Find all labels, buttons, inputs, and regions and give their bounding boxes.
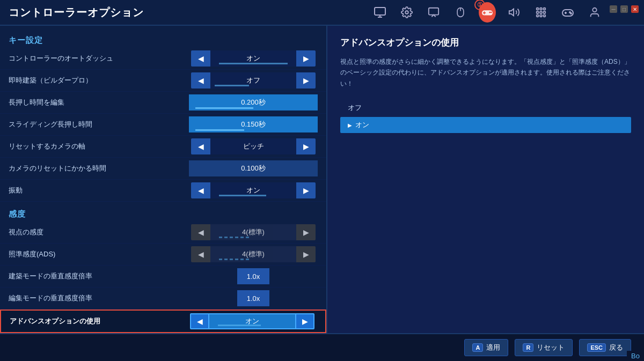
apply-key: A: [472, 343, 483, 352]
setting-build-vertical: 建築モードの垂直感度倍率 1.0x: [0, 266, 326, 288]
right-panel: アドバンスオプションの使用 視点と照準の感度がさらに細かく調整できるようになりま…: [327, 26, 644, 333]
apply-button[interactable]: A 適用: [464, 339, 508, 356]
instant-build-right-btn[interactable]: ▶: [296, 72, 316, 89]
long-press-value: 0.200秒: [189, 94, 318, 110]
setting-advanced-options: アドバンスオプションの使用 ◀ オン ▶ ②: [0, 310, 326, 333]
svg-rect-4: [429, 8, 438, 15]
controller-icon[interactable]: ①: [479, 4, 496, 21]
window-title: コントローラーオプション: [9, 5, 144, 20]
right-panel-title: アドバンスオプションの使用: [340, 36, 631, 49]
setting-instant-build: 即時建築（ビルダープロ） ◀ オフ ▶: [0, 70, 326, 92]
view-sensitivity-control: ◀ 4(標準) ▶: [189, 224, 318, 240]
long-press-control: 0.200秒: [189, 94, 318, 110]
camera-axis-right-btn[interactable]: ▶: [296, 138, 316, 154]
long-press-label: 長押し時間を編集: [9, 98, 189, 107]
view-sensitivity-left-btn[interactable]: ◀: [191, 224, 210, 240]
camera-axis-value: ピッチ: [210, 138, 296, 154]
advanced-options-label: アドバンスオプションの使用: [10, 316, 188, 326]
title-bar: コントローラーオプション ①: [0, 0, 644, 26]
topbar-icons: ①: [371, 4, 603, 21]
svg-rect-8: [483, 12, 486, 13]
svg-rect-19: [540, 15, 542, 17]
svg-point-10: [491, 12, 492, 13]
vibration-control: ◀ オン ▶: [189, 182, 318, 198]
display-icon[interactable]: [425, 4, 442, 21]
window-controls: ─ □ ✕: [610, 5, 639, 13]
build-vertical-label: 建築モードの垂直感度倍率: [9, 271, 189, 281]
sliding-control: 0.150秒: [189, 116, 318, 132]
close-button[interactable]: ✕: [631, 5, 639, 13]
svg-rect-20: [544, 15, 546, 17]
camera-time-value: 0.100秒: [189, 160, 318, 176]
back-button[interactable]: ESC 戻る: [579, 339, 631, 356]
section-header-sensitivity: 感度: [0, 206, 326, 222]
ads-sensitivity-control: ◀ 4(標準) ▶: [189, 246, 318, 262]
ads-sensitivity-right-btn[interactable]: ▶: [296, 246, 316, 262]
svg-rect-16: [540, 11, 542, 13]
back-label: 戻る: [609, 343, 623, 352]
svg-rect-0: [375, 8, 385, 15]
instant-build-left-btn[interactable]: ◀: [191, 72, 210, 89]
section-header-key-settings: キー設定: [0, 32, 326, 48]
monitor-icon[interactable]: [371, 4, 389, 21]
bottom-corner-text: Bo: [627, 351, 644, 361]
option-off[interactable]: オフ: [340, 100, 631, 116]
sliding-value: 0.150秒: [189, 116, 318, 132]
user-icon[interactable]: [586, 4, 603, 21]
svg-rect-18: [537, 15, 539, 17]
setting-camera-time: カメラのリセットにかかる時間 0.100秒: [0, 158, 326, 180]
setting-long-press: 長押し時間を編集 0.200秒: [0, 92, 326, 114]
svg-rect-14: [544, 8, 546, 10]
auto-dash-right-btn[interactable]: ▶: [296, 50, 316, 67]
bottom-bar: A 適用 R リセット ESC 戻る: [0, 333, 644, 361]
vibration-left-btn[interactable]: ◀: [191, 182, 210, 198]
gamepad-icon[interactable]: [559, 4, 576, 21]
minimize-button[interactable]: ─: [610, 5, 617, 13]
network-icon[interactable]: [532, 4, 550, 21]
build-vertical-value: 1.0x: [237, 268, 269, 284]
svg-rect-13: [540, 8, 542, 10]
option-on[interactable]: オン: [340, 117, 631, 133]
view-sensitivity-label: 視点の感度: [9, 227, 189, 237]
edit-vertical-value: 1.0x: [237, 290, 269, 306]
sliding-label: スライディング長押し時間: [9, 120, 189, 129]
vibration-right-btn[interactable]: ▶: [296, 182, 316, 198]
mouse-icon[interactable]: [452, 4, 469, 21]
reset-label: リセット: [537, 343, 565, 352]
setting-auto-dash: コントローラーのオートダッシュ ◀ オン ▶: [0, 48, 326, 70]
instant-build-label: 即時建築（ビルダープロ）: [9, 76, 189, 85]
main-layout: キー設定 コントローラーのオートダッシュ ◀ オン ▶ 即時建築（ビルダープロ）…: [0, 26, 644, 333]
svg-marker-11: [509, 9, 514, 16]
ads-sensitivity-left-btn[interactable]: ◀: [191, 246, 210, 262]
setting-sliding: スライディング長押し時間 0.150秒: [0, 114, 326, 136]
camera-axis-left-btn[interactable]: ◀: [191, 138, 210, 154]
build-vertical-control: 1.0x: [189, 268, 318, 284]
auto-dash-value: オン: [210, 50, 296, 67]
reset-button[interactable]: R リセット: [515, 339, 573, 356]
camera-axis-control: ◀ ピッチ ▶: [189, 138, 318, 154]
maximize-button[interactable]: □: [620, 5, 628, 13]
setting-camera-axis: リセットするカメラの軸 ◀ ピッチ ▶: [0, 136, 326, 158]
setting-vibration: 振動 ◀ オン ▶: [0, 180, 326, 202]
view-sensitivity-right-btn[interactable]: ▶: [296, 224, 316, 240]
advanced-options-right-btn[interactable]: ▶: [295, 313, 314, 329]
view-sensitivity-value: 4(標準): [210, 224, 296, 240]
camera-axis-label: リセットするカメラの軸: [9, 142, 189, 151]
svg-point-3: [405, 11, 408, 14]
advanced-options-value: オン: [209, 313, 295, 329]
apply-label: 適用: [486, 343, 500, 352]
svg-point-25: [570, 13, 572, 14]
auto-dash-left-btn[interactable]: ◀: [191, 50, 210, 67]
auto-dash-label: コントローラーのオートダッシュ: [9, 54, 189, 63]
gear-icon[interactable]: [398, 4, 415, 21]
svg-rect-17: [544, 11, 546, 13]
advanced-options-left-btn[interactable]: ◀: [190, 313, 209, 329]
speaker-icon[interactable]: [506, 4, 523, 21]
ads-sensitivity-value: 4(標準): [210, 246, 296, 262]
reset-key: R: [523, 343, 533, 352]
setting-ads-sensitivity: 照準感度(ADS) ◀ 4(標準) ▶: [0, 244, 326, 266]
camera-time-control: 0.100秒: [189, 160, 318, 176]
left-panel: キー設定 コントローラーのオートダッシュ ◀ オン ▶ 即時建築（ビルダープロ）…: [0, 26, 327, 333]
ads-sensitivity-label: 照準感度(ADS): [9, 249, 189, 259]
vibration-value: オン: [210, 182, 296, 198]
